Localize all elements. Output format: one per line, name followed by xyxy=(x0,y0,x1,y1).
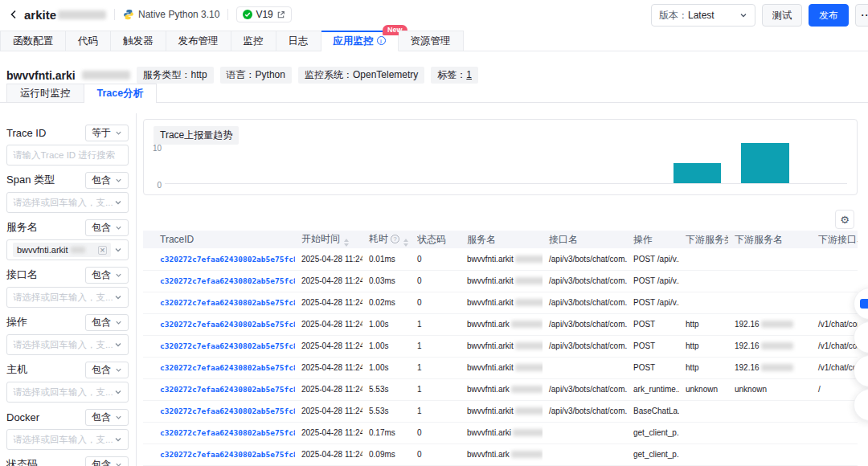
tab-app-monitor[interactable]: 应用监控 New xyxy=(321,31,399,51)
cell-duration: 5.53s xyxy=(362,378,411,400)
trace-id-link: c320272c7efaa62430802ab5e75fc8b0 xyxy=(160,276,295,285)
tab-logs[interactable]: 日志 xyxy=(276,31,321,51)
cell-op: POST /api/v... xyxy=(627,270,679,292)
cell-ds_type: http xyxy=(679,313,728,335)
page-title: arkite xyxy=(24,8,56,22)
chevron-down-icon xyxy=(114,293,122,301)
main-tabs: 函数配置 代码 触发器 发布管理 监控 日志 应用监控 New 资源管理 xyxy=(0,31,868,51)
service-name: bwvvfnti.arki xyxy=(6,69,76,82)
sort-icon[interactable] xyxy=(344,239,349,247)
cell-status: 1 xyxy=(411,378,461,400)
docker-select[interactable]: 请选择或回车输入，支... xyxy=(6,429,129,450)
cell-trace_id[interactable]: c320272c7efaa62430802ab5e75fc8b0 xyxy=(143,248,295,270)
api-name-select[interactable]: 请选择或回车输入，支... xyxy=(6,287,129,308)
cell-start: 2025-04-28 11:24:... xyxy=(295,378,362,400)
filter-op-select[interactable]: 包含 xyxy=(85,362,129,378)
version-select-label: 版本： xyxy=(659,9,688,22)
cell-trace_id[interactable]: c320272c7efaa62430802ab5e75fc8b0 xyxy=(143,378,295,400)
cell-status: 1 xyxy=(411,400,461,422)
filter-op-select[interactable]: 等于 xyxy=(85,125,129,141)
back-button[interactable] xyxy=(8,9,19,20)
cell-duration: 1.00s xyxy=(362,313,411,335)
cell-trace_id[interactable]: c320272c7efaa62430802ab5e75fc8b0 xyxy=(143,270,295,292)
cell-ds_api: /v1/chat/com xyxy=(812,357,858,378)
span-type-select[interactable]: 请选择或回车输入，支... xyxy=(6,192,129,213)
chevron-down-icon xyxy=(739,11,747,19)
operation-select[interactable]: 请选择或回车输入，支... xyxy=(6,334,129,355)
version-tag-chip[interactable]: V19 xyxy=(236,6,291,22)
chevron-down-icon xyxy=(114,341,122,349)
tags-badge[interactable]: 标签：1 xyxy=(431,67,478,84)
filter-op-select[interactable]: 包含 xyxy=(85,456,129,466)
cell-ds_api xyxy=(812,248,858,270)
cell-trace_id[interactable]: c320272c7efaa62430802ab5e75fc8b0 xyxy=(143,444,295,465)
filter-op-select[interactable]: 包含 xyxy=(85,267,129,284)
chevron-down-icon xyxy=(115,224,122,231)
cell-duration: 0.09ms xyxy=(362,444,411,465)
check-circle-icon xyxy=(243,10,252,19)
filter-op-select[interactable]: 包含 xyxy=(85,172,129,189)
filter-span-type: Span 类型 包含 请选择或回车输入，支... xyxy=(6,172,129,213)
cell-service: bwvvfnti.arkit xyxy=(461,400,542,422)
trace-id-input[interactable] xyxy=(6,145,129,166)
redacted-blur xyxy=(761,321,793,328)
close-icon[interactable]: × xyxy=(98,246,107,255)
cell-start: 2025-04-28 11:24:... xyxy=(295,248,362,270)
tab-monitor[interactable]: 监控 xyxy=(231,31,276,51)
tab-resources[interactable]: 资源管理 xyxy=(399,31,464,51)
tab-function-config[interactable]: 函数配置 xyxy=(0,31,66,51)
cell-trace_id[interactable]: c320272c7efaa62430802ab5e75fc8b0 xyxy=(143,422,295,444)
help-icon[interactable] xyxy=(391,235,399,243)
table-row: c320272c7efaa62430802ab5e75fc8b02025-04-… xyxy=(143,422,858,444)
info-icon[interactable] xyxy=(377,36,386,45)
gear-icon[interactable]: ⚙ xyxy=(835,210,854,229)
filter-op-select[interactable]: 包含 xyxy=(85,409,129,426)
test-button[interactable]: 测试 xyxy=(762,4,802,27)
cell-duration: 0.01ms xyxy=(362,248,411,270)
column-header-ds_name: 下游服务名 xyxy=(728,231,812,248)
cell-ds_api xyxy=(812,400,858,422)
filter-trace-id: Trace ID 等于 xyxy=(6,125,129,166)
tab-code[interactable]: 代码 xyxy=(66,31,111,51)
cell-ds_name xyxy=(728,400,812,422)
cell-op: POST xyxy=(627,313,679,335)
divider xyxy=(227,9,228,20)
chevron-down-icon xyxy=(114,198,122,206)
chevron-left-icon xyxy=(8,9,19,20)
filter-op-select[interactable]: 包含 xyxy=(85,219,129,236)
cell-trace_id[interactable]: c320272c7efaa62430802ab5e75fc8b0 xyxy=(143,292,295,313)
service-name-select[interactable]: bwvvfnti.arkit × xyxy=(6,239,129,260)
cell-duration: 0.17ms xyxy=(362,422,411,444)
redacted-blur xyxy=(515,277,542,284)
redacted-blur xyxy=(58,10,106,19)
cell-start: 2025-04-28 11:24:... xyxy=(295,400,362,422)
cell-trace_id[interactable]: c320272c7efaa62430802ab5e75fc8b0 xyxy=(143,400,295,422)
column-header-duration[interactable]: 耗时 xyxy=(362,231,411,248)
publish-button[interactable]: 发布 xyxy=(809,4,849,27)
table-row: c320272c7efaa62430802ab5e75fc8b02025-04-… xyxy=(143,313,858,335)
subtab-trace-analysis[interactable]: Trace分析 xyxy=(84,84,158,103)
chevron-down-icon xyxy=(114,246,122,254)
cell-status: 1 xyxy=(411,313,461,335)
cell-op: POST /api/v... xyxy=(627,292,679,313)
cell-trace_id[interactable]: c320272c7efaa62430802ab5e75fc8b0 xyxy=(143,313,295,335)
chart-title: Trace上报量趋势 xyxy=(154,126,239,145)
more-actions-button[interactable]: ··· xyxy=(855,4,868,27)
host-select[interactable]: 请选择或回车输入，支... xyxy=(6,382,129,403)
version-select[interactable]: 版本： Latest xyxy=(651,4,755,27)
tab-release[interactable]: 发布管理 xyxy=(166,31,231,51)
redacted-blur xyxy=(511,321,542,328)
cell-status: 0 xyxy=(411,248,461,270)
monitor-system-badge: 监控系统：OpenTelemetry xyxy=(298,67,424,84)
cell-trace_id[interactable]: c320272c7efaa62430802ab5e75fc8b0 xyxy=(143,335,295,357)
redacted-blur xyxy=(761,342,793,350)
column-header-start[interactable]: 开始时间 xyxy=(295,231,362,248)
cell-trace_id[interactable]: c320272c7efaa62430802ab5e75fc8b0 xyxy=(143,357,295,378)
cell-ds_type: http xyxy=(679,335,728,357)
cell-ds_api xyxy=(812,444,858,465)
sort-icon[interactable] xyxy=(403,239,408,247)
tab-trigger[interactable]: 触发器 xyxy=(111,31,166,51)
y-axis-tick: 10 xyxy=(147,144,162,153)
filter-op-select[interactable]: 包含 xyxy=(85,314,129,331)
subtab-runtime-monitor[interactable]: 运行时监控 xyxy=(6,84,84,103)
